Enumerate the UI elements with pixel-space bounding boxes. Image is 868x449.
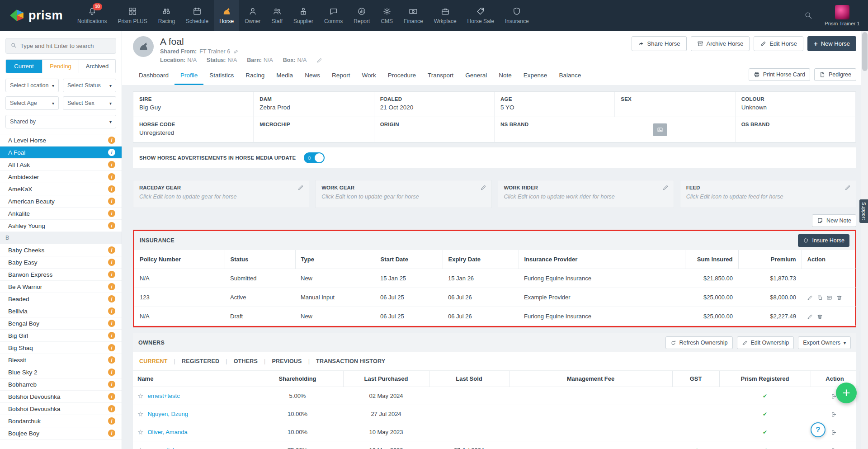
link-icon[interactable] [233,49,239,55]
sidebar-status-tab[interactable]: Pending [42,60,79,73]
info-icon[interactable]: i [108,307,115,315]
nav-insurance[interactable]: Insurance [500,0,534,31]
horse-list-item[interactable]: Beaded i [0,293,122,305]
sidebar-status-tab[interactable]: Archived [79,60,116,73]
horse-list-item[interactable]: A Level Horse i [0,134,122,147]
insurance-column-header[interactable]: Expiry Date [443,250,519,269]
nav-staff[interactable]: Staff [266,0,288,31]
horse-list-item[interactable]: Ambidexter i [0,171,122,183]
owner-name-link[interactable]: owner, tinh [147,447,176,449]
insurance-column-header[interactable]: Policy Number [134,250,225,269]
owners-tab[interactable]: CURRENT [139,358,168,364]
sidebar-search[interactable] [5,38,116,54]
horse-tab[interactable]: Procedure [382,67,422,85]
owner-name-link[interactable]: Oliver, Amanda [147,429,187,435]
new-horse-button[interactable]: + New Horse [807,36,856,51]
star-icon[interactable]: ☆ [137,392,143,399]
print-horse-card-button[interactable]: Print Horse Card [749,68,810,81]
info-icon[interactable]: i [108,283,115,290]
ads-toggle[interactable] [304,152,325,163]
insure-horse-button[interactable]: Insure Horse [798,234,849,247]
nav-racing[interactable]: Racing [153,0,180,31]
horse-list-item[interactable]: Blue Sky 2 i [0,366,122,378]
horse-tab[interactable]: Dashboard [133,67,175,85]
info-icon[interactable]: i [108,259,115,266]
edit-horse-button[interactable]: Edit Horse [754,36,803,51]
owners-column-header[interactable]: Last Sold [429,371,509,387]
info-icon[interactable]: i [108,381,115,388]
delete-icon[interactable] [836,295,842,301]
nav-notifications[interactable]: 10 Notifications [72,0,112,31]
filter-select[interactable]: Select Age ▾ [5,96,59,110]
edit-icon[interactable] [807,314,813,320]
horse-list-item[interactable]: Baby Cheeks i [0,244,122,256]
add-fab-button[interactable]: + [836,383,857,403]
nav-wrkplace[interactable]: Wrkplace [429,0,462,31]
owners-tab[interactable]: PREVIOUS [258,358,302,364]
nav-cms[interactable]: CMS [375,0,398,31]
insurance-column-header[interactable]: Start Date [375,250,443,269]
nav-schedule[interactable]: Schedule [180,0,214,31]
horse-list-item[interactable]: Big Shaq i [0,342,122,354]
note-icon[interactable] [826,295,832,301]
insurance-column-header[interactable]: Premium [738,250,802,269]
horse-list-item[interactable]: Baby Easy i [0,256,122,269]
horse-tab[interactable]: Media [270,67,299,85]
info-icon[interactable]: i [108,393,115,400]
horse-tab[interactable]: Transport [422,67,459,85]
new-note-button[interactable]: New Note [812,214,856,227]
nav-comms[interactable]: Comms [319,0,348,31]
horse-list-item[interactable]: American Beauty i [0,195,122,208]
horse-list-item[interactable]: Bolshoi Devoushka i [0,403,122,415]
info-icon[interactable]: i [108,222,115,229]
info-icon[interactable]: i [108,185,115,193]
horse-list-item[interactable]: Bondarchuk i [0,415,122,427]
owners-column-header[interactable]: Management Fee [509,371,672,387]
owners-column-header[interactable]: Name [133,371,252,387]
help-button[interactable]: ? [811,422,826,437]
owner-name-link[interactable]: ernest+testc [147,392,179,399]
delete-icon[interactable] [817,314,823,320]
scrollbar-thumb[interactable] [862,32,868,71]
insurance-column-header[interactable]: Status [225,250,295,269]
horse-tab[interactable]: Balance [553,67,587,85]
horse-tab[interactable]: General [459,67,493,85]
horse-list-item[interactable]: B [0,232,122,244]
info-icon[interactable]: i [108,246,115,254]
star-icon[interactable]: ☆ [137,429,143,435]
insurance-column-header[interactable]: Action [802,250,860,269]
export-icon[interactable] [831,430,837,435]
edit-icon[interactable] [807,295,813,301]
horse-list-item[interactable]: Boujee Boy i [0,427,122,440]
scrollbar-track[interactable] [861,31,868,449]
owners-column-header[interactable]: Prism Registered [719,371,811,387]
info-icon[interactable]: i [108,430,115,437]
support-tab[interactable]: Support [859,199,868,223]
nav-owner[interactable]: Owner [239,0,266,31]
info-icon[interactable]: i [108,369,115,376]
owners-column-header[interactable]: Last Purchased [343,371,429,387]
info-icon[interactable]: i [108,271,115,278]
sidebar-status-tab[interactable]: Current [6,60,42,73]
info-icon[interactable]: i [108,320,115,327]
horse-search-input[interactable] [20,43,111,49]
horse-list-item[interactable]: Ankalite i [0,208,122,220]
horse-tab[interactable]: Note [493,67,518,85]
horse-tab[interactable]: Racing [240,67,270,85]
info-icon[interactable]: i [108,149,115,156]
star-icon[interactable]: ☆ [137,411,143,417]
nav-horse[interactable]: Horse [214,0,239,31]
horse-tab[interactable]: Profile [175,67,203,85]
info-icon[interactable]: i [108,344,115,351]
filter-select[interactable]: Select Location ▾ [5,79,59,92]
info-icon[interactable]: i [108,332,115,339]
nav-finance[interactable]: Finance [398,0,429,31]
refresh-ownership-button[interactable]: Refresh Ownership [665,336,733,349]
edit-ownership-button[interactable]: Edit Ownership [737,336,794,349]
info-icon[interactable]: i [108,198,115,205]
horse-tab[interactable]: Report [326,67,356,85]
horse-list-item[interactable]: Bengal Boy i [0,317,122,330]
star-icon[interactable]: ☆ [137,447,143,449]
nav-horse-sale[interactable]: Horse Sale [462,0,500,31]
info-icon[interactable]: i [108,137,115,144]
